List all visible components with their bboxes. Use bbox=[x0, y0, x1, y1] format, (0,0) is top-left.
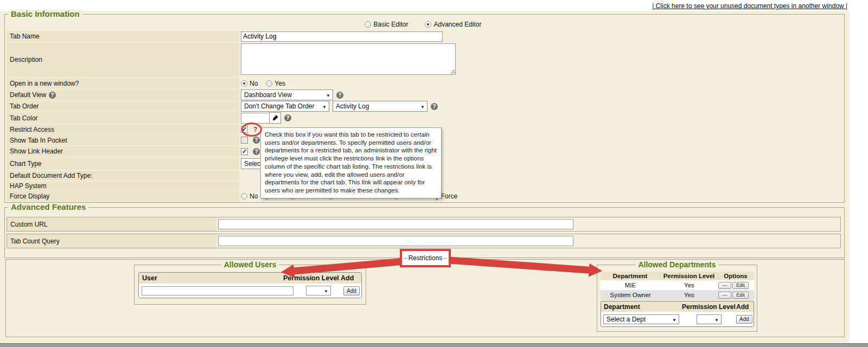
permission-level-column-header: Permission Level bbox=[682, 303, 736, 311]
help-icon[interactable] bbox=[253, 148, 260, 155]
advanced-features-legend: Advanced Features bbox=[8, 203, 88, 211]
tab-color-input[interactable] bbox=[241, 113, 270, 124]
add-department-table: Department Permission Level Add Select a… bbox=[601, 301, 754, 327]
help-icon[interactable] bbox=[49, 92, 56, 99]
allowed-user-input[interactable] bbox=[142, 286, 293, 295]
departments-table: Department Permission Level Options MIE … bbox=[601, 272, 754, 300]
open-new-window-row: Open in a new window? No Yes bbox=[7, 78, 845, 89]
table-row: System Owner Yes — Edit bbox=[601, 290, 754, 300]
permission-cell: Yes bbox=[660, 292, 718, 298]
department-cell: System Owner bbox=[601, 292, 660, 298]
tab-color-label: Tab Color bbox=[10, 114, 37, 122]
tab-order-target-value: Activity Log bbox=[336, 102, 369, 110]
restrictions-callout-label: Restrictions bbox=[409, 254, 443, 262]
remove-department-button[interactable]: — bbox=[718, 282, 731, 289]
select-department-value: Select a Dept bbox=[607, 316, 646, 323]
default-view-select[interactable]: Dashboard View bbox=[241, 89, 333, 100]
radio-icon[interactable] bbox=[365, 21, 371, 28]
force-display-label: Force Display bbox=[10, 192, 49, 200]
color-picker-button[interactable] bbox=[269, 112, 281, 124]
help-icon[interactable] bbox=[284, 114, 291, 121]
table-row: MIE Yes — Edit bbox=[601, 280, 754, 290]
radio-icon[interactable] bbox=[425, 21, 431, 28]
dropdown-arrow-icon bbox=[321, 287, 328, 294]
help-icon[interactable] bbox=[253, 126, 257, 133]
allowed-users-table: User Permission Level Add Add bbox=[138, 272, 362, 298]
permission-level-column-header: Permission Level bbox=[283, 274, 341, 282]
top-bar: | Click here to see your unused document… bbox=[0, 0, 868, 11]
default-view-value: Dashboard View bbox=[244, 91, 292, 99]
dropdown-arrow-icon bbox=[323, 91, 330, 99]
add-column-header: Add bbox=[341, 274, 361, 282]
description-textarea[interactable] bbox=[241, 43, 456, 75]
force-display-no-radio[interactable]: No bbox=[241, 192, 258, 200]
restrict-access-checkbox[interactable] bbox=[241, 126, 248, 133]
tab-order-mode-select[interactable]: Don't Change Tab Order bbox=[241, 101, 329, 112]
restrict-access-tooltip: Check this box if you want this tab to b… bbox=[260, 127, 442, 198]
tab-name-label: Tab Name bbox=[10, 33, 40, 40]
edit-department-button[interactable]: Edit bbox=[732, 292, 749, 299]
edit-department-button[interactable]: Edit bbox=[732, 282, 749, 289]
add-user-button[interactable]: Add bbox=[343, 286, 360, 295]
bottom-scrollbar[interactable] bbox=[0, 343, 868, 347]
description-label: Description bbox=[10, 56, 42, 63]
allowed-departments-fieldset: Allowed Departments Department Permissio… bbox=[597, 265, 757, 332]
form-page-background: Basic Information Basic Editor Advanced … bbox=[0, 11, 850, 343]
advanced-editor-radio[interactable]: Advanced Editor bbox=[425, 21, 481, 28]
help-icon[interactable] bbox=[431, 103, 438, 110]
allowed-users-fieldset: Allowed Users User Permission Level Add … bbox=[134, 265, 366, 305]
dropdown-arrow-icon bbox=[711, 316, 719, 323]
basic-editor-label: Basic Editor bbox=[373, 21, 408, 28]
editor-toggle-row: Basic Editor Advanced Editor bbox=[7, 19, 845, 30]
tab-name-input[interactable] bbox=[241, 31, 443, 42]
unused-document-types-link[interactable]: | Click here to see your unused document… bbox=[652, 2, 847, 10]
permission-level-column-header: Permission Level bbox=[660, 273, 718, 279]
open-new-window-yes-radio[interactable]: Yes bbox=[266, 80, 285, 87]
hap-system-label: HAP System bbox=[10, 182, 47, 190]
restrictions-callout: Restrictions bbox=[400, 249, 451, 267]
restrict-access-label: Restrict Access bbox=[10, 126, 54, 133]
show-tab-in-pocket-checkbox[interactable] bbox=[241, 137, 248, 144]
allowed-departments-legend: Allowed Departments bbox=[635, 260, 718, 269]
options-column-header: Options bbox=[718, 273, 753, 279]
user-column-header: User bbox=[139, 274, 283, 282]
tab-count-query-row: Tab Count Query bbox=[7, 234, 841, 248]
add-department-button[interactable]: Add bbox=[736, 315, 752, 324]
chart-type-label: Chart Type bbox=[10, 160, 41, 168]
tab-name-row: Tab Name bbox=[7, 31, 845, 42]
custom-url-row: Custom URL bbox=[7, 217, 841, 232]
add-column-header: Add bbox=[736, 303, 754, 311]
custom-url-label: Custom URL bbox=[10, 221, 48, 228]
radio-icon[interactable] bbox=[241, 193, 247, 200]
tab-color-row: Tab Color bbox=[7, 112, 845, 124]
show-tab-in-pocket-label: Show Tab In Pocket bbox=[10, 137, 67, 144]
help-icon[interactable] bbox=[253, 137, 260, 144]
select-department-dropdown[interactable]: Select a Dept bbox=[603, 314, 679, 324]
user-permission-select[interactable] bbox=[306, 286, 331, 295]
tab-order-target-select[interactable]: Activity Log bbox=[333, 101, 427, 112]
basic-information-legend: Basic Information bbox=[8, 10, 82, 18]
department-column-header: Department bbox=[601, 273, 660, 279]
permission-cell: Yes bbox=[660, 282, 718, 288]
tab-order-label: Tab Order bbox=[10, 102, 39, 110]
tab-count-query-label: Tab Count Query bbox=[10, 237, 60, 245]
option-no-label: No bbox=[250, 80, 258, 87]
remove-department-button[interactable]: — bbox=[718, 292, 731, 299]
tab-editor-page: | Click here to see your unused document… bbox=[0, 0, 868, 347]
dropdown-arrow-icon bbox=[417, 102, 425, 110]
basic-editor-radio[interactable]: Basic Editor bbox=[365, 21, 408, 28]
tab-count-query-input[interactable] bbox=[218, 236, 573, 246]
open-new-window-no-radio[interactable]: No bbox=[241, 80, 258, 87]
default-view-row: Default View Dashboard View bbox=[7, 89, 845, 100]
department-permission-select[interactable] bbox=[697, 314, 722, 324]
force-display-no-label: No bbox=[250, 192, 258, 200]
radio-icon[interactable] bbox=[266, 80, 272, 87]
eyedropper-icon bbox=[272, 114, 279, 121]
tab-order-mode-value: Don't Change Tab Order bbox=[244, 102, 314, 110]
show-link-header-checkbox[interactable] bbox=[241, 148, 248, 155]
custom-url-input[interactable] bbox=[218, 219, 573, 229]
open-new-window-label: Open in a new window? bbox=[10, 80, 79, 87]
advanced-editor-label: Advanced Editor bbox=[433, 21, 481, 28]
radio-icon[interactable] bbox=[241, 80, 247, 87]
help-icon[interactable] bbox=[336, 92, 343, 99]
